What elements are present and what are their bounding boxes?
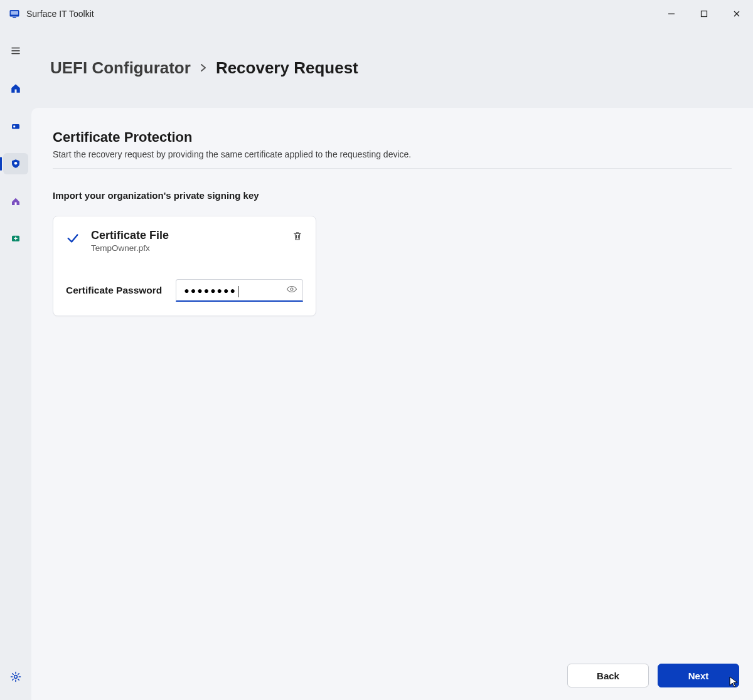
window-controls	[655, 0, 753, 28]
checkmark-icon	[66, 229, 80, 248]
certificate-card: Certificate File TempOwner.pfx Certifica…	[53, 216, 316, 316]
certificate-password-label: Certificate Password	[66, 285, 162, 296]
instruction-text: Import your organization's private signi…	[53, 190, 732, 201]
svg-point-10	[14, 676, 18, 679]
content-panel: Certificate Protection Start the recover…	[31, 108, 753, 700]
footer-buttons: Back Next	[567, 664, 739, 687]
section-subtitle: Start the recovery request by providing …	[53, 149, 732, 159]
certificate-file-label: Certificate File	[91, 229, 169, 242]
certificate-file-name: TempOwner.pfx	[91, 243, 169, 253]
delete-certificate-button[interactable]	[292, 229, 303, 244]
sidebar-item-uefi-configurator[interactable]	[3, 153, 28, 174]
hamburger-menu-button[interactable]	[3, 40, 28, 61]
sidebar-item-tool-installer[interactable]	[3, 191, 28, 212]
maximize-button[interactable]	[688, 0, 720, 28]
app-title: Surface IT Toolkit	[26, 9, 94, 19]
sidebar-item-recovery[interactable]	[3, 228, 28, 250]
breadcrumb-root[interactable]: UEFI Configurator	[50, 58, 191, 78]
breadcrumb-current: Recovery Request	[216, 58, 358, 78]
sidebar-item-home[interactable]	[3, 78, 28, 99]
close-button[interactable]	[720, 0, 753, 28]
svg-rect-3	[668, 14, 675, 14]
sidebar-item-eraser[interactable]	[3, 115, 28, 137]
chevron-right-icon	[200, 62, 207, 75]
svg-rect-1	[11, 11, 18, 15]
password-masked-value: ●●●●●●●●	[184, 285, 237, 295]
titlebar: Surface IT Toolkit	[0, 0, 753, 28]
svg-rect-2	[13, 17, 16, 18]
svg-rect-6	[13, 125, 15, 127]
sidebar-item-settings[interactable]	[3, 666, 28, 687]
svg-point-11	[291, 288, 293, 290]
breadcrumb: UEFI Configurator Recovery Request	[31, 28, 753, 108]
reveal-password-button[interactable]	[286, 284, 297, 297]
certificate-password-input[interactable]: ●●●●●●●●	[176, 279, 303, 302]
section-title: Certificate Protection	[53, 129, 732, 146]
sidebar	[0, 28, 31, 700]
app-icon	[9, 8, 20, 19]
svg-point-7	[14, 162, 18, 165]
svg-rect-8	[15, 203, 17, 206]
next-button[interactable]: Next	[658, 664, 739, 687]
back-button[interactable]: Back	[567, 664, 649, 687]
minimize-button[interactable]	[655, 0, 688, 28]
divider	[53, 168, 732, 169]
svg-rect-5	[12, 124, 19, 129]
text-cursor	[238, 286, 238, 297]
svg-rect-4	[702, 11, 707, 17]
